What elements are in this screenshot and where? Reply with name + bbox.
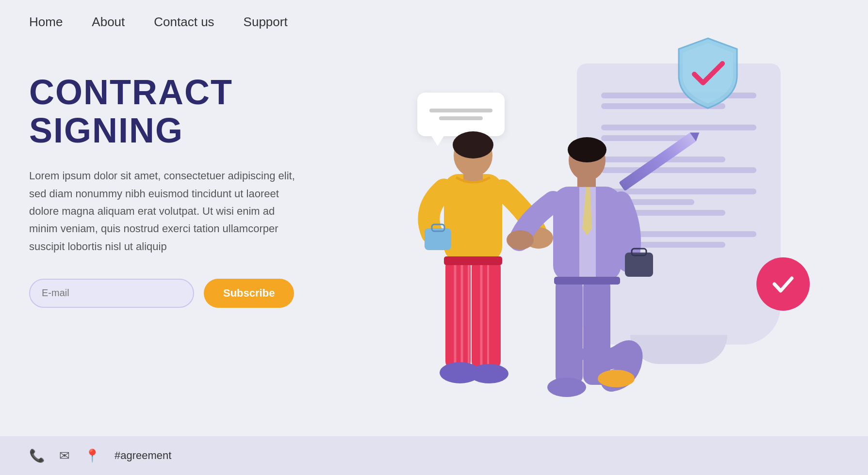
nav-home[interactable]: Home [29, 15, 63, 30]
mail-icon: ✉ [59, 448, 70, 463]
email-input[interactable] [29, 279, 194, 308]
main-content: CONTRACT SIGNING Lorem ipsum dolor sit a… [0, 44, 868, 422]
footer-tag: #agreement [115, 449, 171, 462]
svg-rect-24 [556, 278, 583, 385]
svg-rect-30 [554, 277, 620, 285]
svg-point-18 [568, 137, 606, 162]
svg-rect-8 [472, 258, 501, 370]
illustration-figures [359, 93, 699, 383]
svg-point-1 [453, 131, 493, 158]
subscription-form: Subscribe [29, 279, 330, 308]
nav-about[interactable]: About [92, 15, 125, 30]
svg-rect-4 [445, 258, 471, 370]
nav-support[interactable]: Support [244, 15, 288, 30]
phone-icon: 📞 [29, 448, 45, 463]
check-circle-icon [756, 257, 810, 311]
hero-title: CONTRACT SIGNING [29, 73, 330, 150]
svg-rect-3 [463, 168, 483, 182]
svg-point-23 [507, 230, 534, 250]
svg-rect-11 [444, 256, 502, 265]
svg-point-27 [598, 370, 635, 387]
footer: 📞 ✉ 📍 #agreement [0, 436, 868, 475]
svg-point-26 [547, 378, 586, 397]
svg-rect-22 [579, 187, 596, 279]
left-panel: CONTRACT SIGNING Lorem ipsum dolor sit a… [29, 54, 330, 422]
subscribe-button[interactable]: Subscribe [204, 279, 294, 308]
svg-point-13 [470, 364, 508, 383]
nav-contact[interactable]: Contact us [154, 15, 214, 30]
illustration-panel [330, 54, 839, 422]
hero-description: Lorem ipsum dolor sit amet, consectetuer… [29, 167, 301, 255]
location-icon: 📍 [84, 448, 100, 463]
